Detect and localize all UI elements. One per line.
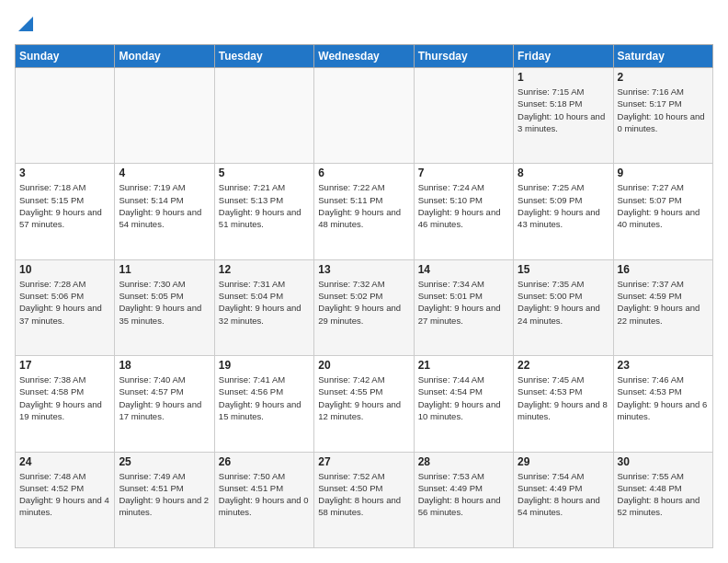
day-number: 20 [318, 359, 409, 372]
day-number: 5 [219, 167, 310, 179]
calendar-week-2: 3Sunrise: 7:18 AMSunset: 5:15 PMDaylight… [16, 164, 713, 259]
calendar-cell: 9Sunrise: 7:27 AMSunset: 5:07 PMDaylight… [613, 164, 712, 259]
calendar-cell: 20Sunrise: 7:42 AMSunset: 4:55 PMDayligh… [314, 356, 414, 452]
calendar-cell [214, 68, 313, 164]
logo [15, 15, 33, 35]
day-info: Sunrise: 7:49 AMSunset: 4:51 PMDaylight:… [119, 470, 210, 519]
day-number: 30 [618, 455, 709, 468]
day-number: 25 [119, 455, 210, 468]
calendar-cell: 14Sunrise: 7:34 AMSunset: 5:01 PMDayligh… [414, 259, 513, 355]
calendar-cell: 25Sunrise: 7:49 AMSunset: 4:51 PMDayligh… [115, 452, 214, 547]
calendar-cell: 10Sunrise: 7:28 AMSunset: 5:06 PMDayligh… [16, 259, 115, 355]
day-number: 16 [618, 263, 709, 276]
day-info: Sunrise: 7:54 AMSunset: 4:49 PMDaylight:… [518, 470, 609, 519]
day-info: Sunrise: 7:55 AMSunset: 4:48 PMDaylight:… [618, 470, 709, 519]
day-info: Sunrise: 7:44 AMSunset: 4:54 PMDaylight:… [418, 373, 509, 422]
day-info: Sunrise: 7:18 AMSunset: 5:15 PMDaylight:… [19, 181, 110, 230]
day-number: 2 [618, 71, 709, 84]
day-info: Sunrise: 7:52 AMSunset: 4:50 PMDaylight:… [318, 470, 409, 519]
calendar-cell: 1Sunrise: 7:15 AMSunset: 5:18 PMDaylight… [514, 68, 613, 164]
day-info: Sunrise: 7:34 AMSunset: 5:01 PMDaylight:… [418, 278, 509, 327]
calendar-cell: 27Sunrise: 7:52 AMSunset: 4:50 PMDayligh… [314, 452, 414, 547]
calendar-cell: 18Sunrise: 7:40 AMSunset: 4:57 PMDayligh… [115, 356, 214, 452]
day-number: 6 [318, 167, 409, 179]
calendar-cell [115, 68, 214, 164]
calendar-cell [314, 68, 414, 164]
svg-marker-0 [18, 17, 33, 31]
day-number: 7 [418, 167, 509, 179]
calendar-cell: 22Sunrise: 7:45 AMSunset: 4:53 PMDayligh… [514, 356, 613, 452]
day-number: 12 [219, 263, 310, 276]
calendar-cell: 3Sunrise: 7:18 AMSunset: 5:15 PMDaylight… [16, 164, 115, 259]
day-number: 29 [518, 455, 609, 468]
calendar-cell: 6Sunrise: 7:22 AMSunset: 5:11 PMDaylight… [314, 164, 414, 259]
day-info: Sunrise: 7:40 AMSunset: 4:57 PMDaylight:… [119, 373, 210, 422]
calendar-header-thursday: Thursday [414, 45, 513, 68]
calendar-header-saturday: Saturday [613, 45, 712, 68]
day-number: 24 [19, 455, 110, 468]
calendar-cell: 15Sunrise: 7:35 AMSunset: 5:00 PMDayligh… [514, 259, 613, 355]
page: SundayMondayTuesdayWednesdayThursdayFrid… [0, 0, 728, 563]
day-info: Sunrise: 7:38 AMSunset: 4:58 PMDaylight:… [19, 373, 110, 422]
day-info: Sunrise: 7:27 AMSunset: 5:07 PMDaylight:… [618, 181, 709, 230]
calendar-week-3: 10Sunrise: 7:28 AMSunset: 5:06 PMDayligh… [16, 259, 713, 355]
day-info: Sunrise: 7:21 AMSunset: 5:13 PMDaylight:… [219, 181, 310, 230]
calendar-cell: 17Sunrise: 7:38 AMSunset: 4:58 PMDayligh… [16, 356, 115, 452]
calendar-header-wednesday: Wednesday [314, 45, 414, 68]
day-number: 4 [119, 167, 210, 179]
calendar-cell [16, 68, 115, 164]
day-info: Sunrise: 7:41 AMSunset: 4:56 PMDaylight:… [219, 373, 310, 422]
day-info: Sunrise: 7:25 AMSunset: 5:09 PMDaylight:… [518, 181, 609, 230]
calendar-header-monday: Monday [115, 45, 214, 68]
day-info: Sunrise: 7:53 AMSunset: 4:49 PMDaylight:… [418, 470, 509, 519]
calendar-header-friday: Friday [514, 45, 613, 68]
header [15, 15, 713, 35]
calendar-header-tuesday: Tuesday [214, 45, 313, 68]
day-info: Sunrise: 7:32 AMSunset: 5:02 PMDaylight:… [318, 278, 409, 327]
calendar-week-5: 24Sunrise: 7:48 AMSunset: 4:52 PMDayligh… [16, 452, 713, 547]
calendar-cell: 8Sunrise: 7:25 AMSunset: 5:09 PMDaylight… [514, 164, 613, 259]
calendar-cell: 28Sunrise: 7:53 AMSunset: 4:49 PMDayligh… [414, 452, 513, 547]
day-number: 28 [418, 455, 509, 468]
logo-triangle-icon [18, 17, 33, 35]
day-info: Sunrise: 7:16 AMSunset: 5:17 PMDaylight:… [618, 86, 709, 134]
day-number: 15 [518, 263, 609, 276]
day-number: 10 [19, 263, 110, 276]
calendar-cell: 5Sunrise: 7:21 AMSunset: 5:13 PMDaylight… [214, 164, 313, 259]
calendar-cell: 24Sunrise: 7:48 AMSunset: 4:52 PMDayligh… [16, 452, 115, 547]
calendar-table: SundayMondayTuesdayWednesdayThursdayFrid… [15, 44, 713, 548]
day-number: 27 [318, 455, 409, 468]
day-number: 26 [219, 455, 310, 468]
calendar-cell: 23Sunrise: 7:46 AMSunset: 4:53 PMDayligh… [613, 356, 712, 452]
day-info: Sunrise: 7:48 AMSunset: 4:52 PMDaylight:… [19, 470, 110, 519]
day-number: 11 [119, 263, 210, 276]
calendar-cell: 30Sunrise: 7:55 AMSunset: 4:48 PMDayligh… [613, 452, 712, 547]
day-info: Sunrise: 7:45 AMSunset: 4:53 PMDaylight:… [518, 373, 609, 422]
day-number: 17 [19, 359, 110, 372]
day-info: Sunrise: 7:42 AMSunset: 4:55 PMDaylight:… [318, 373, 409, 422]
day-number: 1 [518, 71, 609, 84]
calendar-cell: 13Sunrise: 7:32 AMSunset: 5:02 PMDayligh… [314, 259, 414, 355]
day-number: 23 [618, 359, 709, 372]
calendar-cell [414, 68, 513, 164]
day-number: 14 [418, 263, 509, 276]
calendar-cell: 29Sunrise: 7:54 AMSunset: 4:49 PMDayligh… [514, 452, 613, 547]
day-info: Sunrise: 7:35 AMSunset: 5:00 PMDaylight:… [518, 278, 609, 327]
day-number: 9 [618, 167, 709, 179]
calendar-cell: 26Sunrise: 7:50 AMSunset: 4:51 PMDayligh… [214, 452, 313, 547]
day-number: 22 [518, 359, 609, 372]
day-number: 18 [119, 359, 210, 372]
day-info: Sunrise: 7:19 AMSunset: 5:14 PMDaylight:… [119, 181, 210, 230]
day-info: Sunrise: 7:50 AMSunset: 4:51 PMDaylight:… [219, 470, 310, 519]
calendar-week-4: 17Sunrise: 7:38 AMSunset: 4:58 PMDayligh… [16, 356, 713, 452]
calendar-cell: 2Sunrise: 7:16 AMSunset: 5:17 PMDaylight… [613, 68, 712, 164]
day-info: Sunrise: 7:46 AMSunset: 4:53 PMDaylight:… [618, 373, 709, 422]
calendar-cell: 21Sunrise: 7:44 AMSunset: 4:54 PMDayligh… [414, 356, 513, 452]
calendar-header-sunday: Sunday [16, 45, 115, 68]
day-info: Sunrise: 7:22 AMSunset: 5:11 PMDaylight:… [318, 181, 409, 230]
day-info: Sunrise: 7:24 AMSunset: 5:10 PMDaylight:… [418, 181, 509, 230]
day-number: 3 [19, 167, 110, 179]
day-info: Sunrise: 7:28 AMSunset: 5:06 PMDaylight:… [19, 278, 110, 327]
day-number: 19 [219, 359, 310, 372]
day-info: Sunrise: 7:31 AMSunset: 5:04 PMDaylight:… [219, 278, 310, 327]
